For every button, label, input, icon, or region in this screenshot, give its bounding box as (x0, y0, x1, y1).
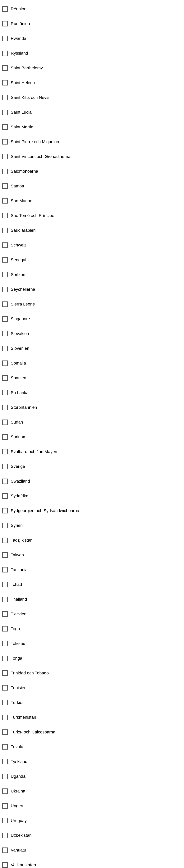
list-item[interactable]: Tuvalu (0, 739, 184, 754)
list-item[interactable]: Saint Kitts och Nevis (0, 90, 184, 105)
checkbox[interactable] (2, 833, 8, 838)
checkbox[interactable] (2, 361, 8, 366)
checkbox[interactable] (2, 656, 8, 661)
list-item[interactable]: Seychellerna (0, 282, 184, 297)
checkbox[interactable] (2, 744, 8, 749)
list-item[interactable]: Surinam (0, 430, 184, 444)
checkbox[interactable] (2, 611, 8, 617)
checkbox[interactable] (2, 700, 8, 705)
checkbox[interactable] (2, 405, 8, 410)
checkbox[interactable] (2, 862, 8, 868)
checkbox[interactable] (2, 788, 8, 794)
list-item[interactable]: Ryssland (0, 46, 184, 61)
checkbox[interactable] (2, 139, 8, 145)
list-item[interactable]: Spanien (0, 370, 184, 385)
list-item[interactable]: Sri Lanka (0, 385, 184, 400)
list-item[interactable]: Tunisien (0, 680, 184, 695)
list-item[interactable]: Uruguay (0, 813, 184, 828)
checkbox[interactable] (2, 6, 8, 12)
list-item[interactable]: San Marino (0, 193, 184, 208)
checkbox[interactable] (2, 685, 8, 690)
list-item[interactable]: Togo (0, 621, 184, 636)
checkbox[interactable] (2, 302, 8, 307)
checkbox[interactable] (2, 478, 8, 484)
list-item[interactable]: Uganda (0, 769, 184, 784)
list-item[interactable]: Saint Lucia (0, 105, 184, 120)
checkbox[interactable] (2, 552, 8, 558)
checkbox[interactable] (2, 198, 8, 204)
checkbox[interactable] (2, 582, 8, 587)
checkbox[interactable] (2, 537, 8, 543)
list-item[interactable]: Saint Pierre och Miquelon (0, 134, 184, 149)
list-item[interactable]: Swaziland (0, 474, 184, 489)
list-item[interactable]: Saint Helena (0, 75, 184, 90)
checkbox[interactable] (2, 213, 8, 218)
list-item[interactable]: Vatikanstaten (0, 858, 184, 868)
list-item[interactable]: Saudiarabien (0, 223, 184, 238)
checkbox[interactable] (2, 508, 8, 514)
list-item[interactable]: Syrien (0, 518, 184, 533)
checkbox[interactable] (2, 110, 8, 115)
checkbox[interactable] (2, 847, 8, 853)
checkbox[interactable] (2, 597, 8, 602)
list-item[interactable]: Salomonöarna (0, 164, 184, 179)
checkbox[interactable] (2, 803, 8, 809)
list-item[interactable]: Réunion (0, 2, 184, 16)
checkbox[interactable] (2, 715, 8, 720)
checkbox[interactable] (2, 21, 8, 26)
list-item[interactable]: Tyskland (0, 754, 184, 769)
checkbox[interactable] (2, 523, 8, 528)
list-item[interactable]: Uzbekistan (0, 828, 184, 843)
list-item[interactable]: Serbien (0, 267, 184, 282)
checkbox[interactable] (2, 641, 8, 646)
list-item[interactable]: Singapore (0, 311, 184, 326)
list-item[interactable]: Samoa (0, 179, 184, 193)
checkbox[interactable] (2, 449, 8, 455)
checkbox[interactable] (2, 464, 8, 469)
list-item[interactable]: Ungern (0, 799, 184, 813)
list-item[interactable]: Sydafrika (0, 489, 184, 503)
checkbox[interactable] (2, 434, 8, 440)
list-item[interactable]: Tonga (0, 651, 184, 665)
checkbox[interactable] (2, 228, 8, 233)
checkbox[interactable] (2, 287, 8, 292)
list-item[interactable]: São Tomé och Príncipe (0, 208, 184, 223)
list-item[interactable]: Taiwan (0, 548, 184, 562)
checkbox[interactable] (2, 774, 8, 779)
list-item[interactable]: Tadzjikistan (0, 533, 184, 548)
list-item[interactable]: Saint Martin (0, 120, 184, 134)
checkbox[interactable] (2, 390, 8, 395)
list-item[interactable]: Slovenien (0, 341, 184, 356)
checkbox[interactable] (2, 36, 8, 41)
list-item[interactable]: Saint Barthélemy (0, 61, 184, 75)
checkbox[interactable] (2, 65, 8, 71)
list-item[interactable]: Saint Vincent och Grenadinerna (0, 149, 184, 164)
list-item[interactable]: Turks- och Caicosöarna (0, 725, 184, 739)
list-item[interactable]: Vanuatu (0, 843, 184, 858)
checkbox[interactable] (2, 257, 8, 262)
checkbox[interactable] (2, 346, 8, 351)
checkbox[interactable] (2, 567, 8, 572)
checkbox[interactable] (2, 375, 8, 381)
list-item[interactable]: Ukraina (0, 784, 184, 799)
list-item[interactable]: Tjeckien (0, 607, 184, 621)
checkbox[interactable] (2, 730, 8, 735)
list-item[interactable]: Turkmenistan (0, 710, 184, 725)
list-item[interactable]: Somalia (0, 356, 184, 370)
checkbox[interactable] (2, 183, 8, 189)
checkbox[interactable] (2, 169, 8, 174)
checkbox[interactable] (2, 626, 8, 631)
list-item[interactable]: Sverige (0, 459, 184, 474)
list-item[interactable]: Slovakien (0, 326, 184, 341)
checkbox[interactable] (2, 759, 8, 764)
checkbox[interactable] (2, 331, 8, 336)
list-item[interactable]: Svalbard och Jan Mayen (0, 444, 184, 459)
list-item[interactable]: Sydgeorgien och Sydsandwichöarna (0, 503, 184, 518)
checkbox[interactable] (2, 493, 8, 499)
checkbox[interactable] (2, 272, 8, 277)
list-item[interactable]: Tchad (0, 577, 184, 592)
checkbox[interactable] (2, 818, 8, 823)
list-item[interactable]: Trinidad och Tobago (0, 665, 184, 680)
list-item[interactable]: Sierra Leone (0, 297, 184, 311)
list-item[interactable]: Senegal (0, 252, 184, 267)
